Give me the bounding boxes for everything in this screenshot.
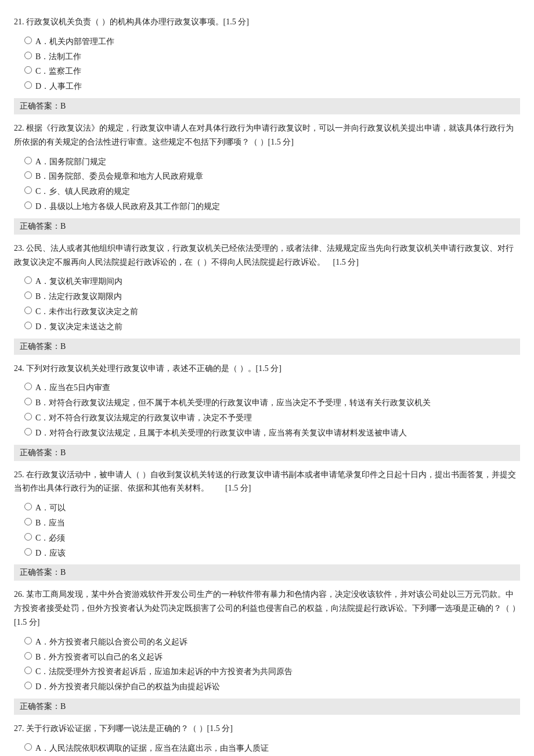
- option-label-25-D: D．应该: [35, 546, 66, 560]
- question-text-23: 23. 公民、法人或者其他组织申请行政复议，行政复议机关已经依法受理的，或者法律…: [14, 236, 520, 273]
- option-label-26-D: D．外方投资者只能以保护自己的权益为由提起诉讼: [35, 680, 220, 694]
- question-block-22: 22. 根据《行政复议法》的规定，行政复议申请人在对具体行政行为申请行政复议时，…: [14, 116, 520, 235]
- option-row-21-B[interactable]: B．法制工作: [24, 50, 520, 64]
- option-label-22-A: A．国务院部门规定: [35, 155, 106, 169]
- radio-21-A[interactable]: [24, 37, 32, 44]
- option-row-26-C[interactable]: C．法院受理外方投资者起诉后，应追加未起诉的中方投资者为共同原告: [24, 665, 520, 679]
- option-label-27-A: A．人民法院依职权调取的证据，应当在法庭出示，由当事人质证: [35, 741, 269, 755]
- radio-21-D[interactable]: [24, 81, 32, 89]
- page-container: 21. 行政复议机关负责（ ）的机构具体办理行政复议事项。[1.5 分]A．机关…: [0, 0, 534, 756]
- option-label-25-A: A．可以: [35, 501, 66, 515]
- options-23: A．复议机关审理期间内B．法定行政复议期限内C．未作出行政复议决定之前D．复议决…: [14, 272, 520, 338]
- question-text-26: 26. 某市工商局发现，某中外合资游戏软件开发公司生产的一种软件带有暴力和色情内…: [14, 582, 520, 632]
- option-label-22-D: D．县级以上地方各级人民政府及其工作部门的规定: [35, 200, 220, 214]
- option-label-26-A: A．外方投资者只能以合资公司的名义起诉: [35, 635, 187, 649]
- question-text-27: 27. 关于行政诉讼证据，下列哪一说法是正确的？（ ）[1.5 分]: [14, 716, 520, 739]
- option-label-21-C: C．监察工作: [35, 64, 81, 78]
- answer-row-26: 正确答案：B: [14, 699, 520, 715]
- option-row-26-A[interactable]: A．外方投资者只能以合资公司的名义起诉: [24, 635, 520, 649]
- option-row-22-A[interactable]: A．国务院部门规定: [24, 155, 520, 169]
- option-row-25-C[interactable]: C．必须: [24, 531, 520, 545]
- radio-24-A[interactable]: [24, 383, 32, 390]
- option-row-21-A[interactable]: A．机关内部管理工作: [24, 35, 520, 49]
- radio-25-A[interactable]: [24, 503, 32, 510]
- options-22: A．国务院部门规定B．国务院部、委员会规章和地方人民政府规章C．乡、镇人民政府的…: [14, 153, 520, 218]
- options-25: A．可以B．应当C．必须D．应该: [14, 499, 520, 564]
- options-27: A．人民法院依职权调取的证据，应当在法庭出示，由当事人质证B．涉及商业秘密的证据…: [14, 739, 520, 756]
- question-block-21: 21. 行政复议机关负责（ ）的机构具体办理行政复议事项。[1.5 分]A．机关…: [14, 9, 520, 114]
- question-text-25: 25. 在行政复议活动中，被申请人（ ）自收到复议机关转送的行政复议申请书副本或…: [14, 462, 520, 499]
- option-label-22-C: C．乡、镇人民政府的规定: [35, 185, 130, 199]
- options-21: A．机关内部管理工作B．法制工作C．监察工作D．人事工作: [14, 33, 520, 98]
- question-block-23: 23. 公民、法人或者其他组织申请行政复议，行政复议机关已经依法受理的，或者法律…: [14, 236, 520, 355]
- option-row-23-C[interactable]: C．未作出行政复议决定之前: [24, 305, 520, 319]
- answer-row-21: 正确答案：B: [14, 98, 520, 114]
- radio-26-A[interactable]: [24, 637, 32, 645]
- radio-26-C[interactable]: [24, 667, 32, 674]
- option-label-22-B: B．国务院部、委员会规章和地方人民政府规章: [35, 170, 203, 183]
- option-row-24-D[interactable]: D．对符合行政复议法规定，且属于本机关受理的行政复议申请，应当将有关复议申请材料…: [24, 426, 520, 440]
- option-row-22-B[interactable]: B．国务院部、委员会规章和地方人民政府规章: [24, 170, 520, 183]
- question-block-26: 26. 某市工商局发现，某中外合资游戏软件开发公司生产的一种软件带有暴力和色情内…: [14, 582, 520, 715]
- option-row-25-D[interactable]: D．应该: [24, 546, 520, 560]
- radio-27-A[interactable]: [24, 743, 32, 751]
- option-label-24-C: C．对不符合行政复议法规定的行政复议申请，决定不予受理: [35, 411, 252, 425]
- radio-24-D[interactable]: [24, 428, 32, 435]
- radio-25-D[interactable]: [24, 548, 32, 556]
- option-row-26-B[interactable]: B．外方投资者可以自己的名义起诉: [24, 650, 520, 664]
- option-label-21-A: A．机关内部管理工作: [35, 35, 114, 49]
- radio-22-B[interactable]: [24, 171, 32, 179]
- question-text-22: 22. 根据《行政复议法》的规定，行政复议申请人在对具体行政行为申请行政复议时，…: [14, 116, 520, 153]
- radio-22-C[interactable]: [24, 186, 32, 194]
- option-label-24-B: B．对符合行政复议法规定，但不属于本机关受理的行政复议申请，应当决定不予受理，转…: [35, 396, 431, 410]
- option-row-22-C[interactable]: C．乡、镇人民政府的规定: [24, 185, 520, 199]
- question-text-24: 24. 下列对行政复议机关处理行政复议申请，表述不正确的是（ ）。[1.5 分]: [14, 356, 520, 379]
- radio-23-B[interactable]: [24, 291, 32, 299]
- options-24: A．应当在5日内审查B．对符合行政复议法规定，但不属于本机关受理的行政复议申请，…: [14, 379, 520, 444]
- option-row-24-C[interactable]: C．对不符合行政复议法规定的行政复议申请，决定不予受理: [24, 411, 520, 425]
- radio-23-D[interactable]: [24, 322, 32, 329]
- question-block-24: 24. 下列对行政复议机关处理行政复议申请，表述不正确的是（ ）。[1.5 分]…: [14, 356, 520, 461]
- option-label-25-B: B．应当: [35, 516, 65, 530]
- option-label-26-C: C．法院受理外方投资者起诉后，应追加未起诉的中方投资者为共同原告: [35, 665, 293, 679]
- option-label-25-C: C．必须: [35, 531, 65, 545]
- option-row-22-D[interactable]: D．县级以上地方各级人民政府及其工作部门的规定: [24, 200, 520, 214]
- radio-25-C[interactable]: [24, 533, 32, 541]
- option-row-25-B[interactable]: B．应当: [24, 516, 520, 530]
- radio-26-B[interactable]: [24, 652, 32, 660]
- option-row-27-A[interactable]: A．人民法院依职权调取的证据，应当在法庭出示，由当事人质证: [24, 741, 520, 755]
- option-row-24-B[interactable]: B．对符合行政复议法规定，但不属于本机关受理的行政复议申请，应当决定不予受理，转…: [24, 396, 520, 410]
- radio-26-D[interactable]: [24, 682, 32, 689]
- option-label-24-D: D．对符合行政复议法规定，且属于本机关受理的行政复议申请，应当将有关复议申请材料…: [35, 426, 407, 440]
- option-row-24-A[interactable]: A．应当在5日内审查: [24, 381, 520, 395]
- option-label-21-D: D．人事工作: [35, 80, 82, 93]
- option-row-25-A[interactable]: A．可以: [24, 501, 520, 515]
- answer-row-24: 正确答案：B: [14, 445, 520, 461]
- radio-21-C[interactable]: [24, 66, 32, 74]
- option-label-23-D: D．复议决定未送达之前: [35, 320, 122, 334]
- option-row-23-A[interactable]: A．复议机关审理期间内: [24, 275, 520, 289]
- question-text-21: 21. 行政复议机关负责（ ）的机构具体办理行政复议事项。[1.5 分]: [14, 9, 520, 33]
- radio-22-D[interactable]: [24, 201, 32, 209]
- question-block-27: 27. 关于行政诉讼证据，下列哪一说法是正确的？（ ）[1.5 分]A．人民法院…: [14, 716, 520, 756]
- option-label-21-B: B．法制工作: [35, 50, 81, 64]
- answer-row-25: 正确答案：B: [14, 564, 520, 581]
- option-label-23-B: B．法定行政复议期限内: [35, 290, 122, 304]
- radio-23-C[interactable]: [24, 307, 32, 314]
- option-row-21-C[interactable]: C．监察工作: [24, 64, 520, 78]
- radio-23-A[interactable]: [24, 276, 32, 284]
- option-row-21-D[interactable]: D．人事工作: [24, 80, 520, 93]
- radio-22-A[interactable]: [24, 157, 32, 164]
- radio-24-C[interactable]: [24, 413, 32, 420]
- option-label-26-B: B．外方投资者可以自己的名义起诉: [35, 650, 163, 664]
- answer-row-22: 正确答案：B: [14, 218, 520, 235]
- options-26: A．外方投资者只能以合资公司的名义起诉B．外方投资者可以自己的名义起诉C．法院受…: [14, 633, 520, 699]
- radio-24-B[interactable]: [24, 398, 32, 405]
- option-label-23-A: A．复议机关审理期间内: [35, 275, 122, 289]
- option-row-26-D[interactable]: D．外方投资者只能以保护自己的权益为由提起诉讼: [24, 680, 520, 694]
- answer-row-23: 正确答案：B: [14, 339, 520, 355]
- option-row-23-B[interactable]: B．法定行政复议期限内: [24, 290, 520, 304]
- radio-21-B[interactable]: [24, 52, 32, 59]
- radio-25-B[interactable]: [24, 518, 32, 525]
- option-row-23-D[interactable]: D．复议决定未送达之前: [24, 320, 520, 334]
